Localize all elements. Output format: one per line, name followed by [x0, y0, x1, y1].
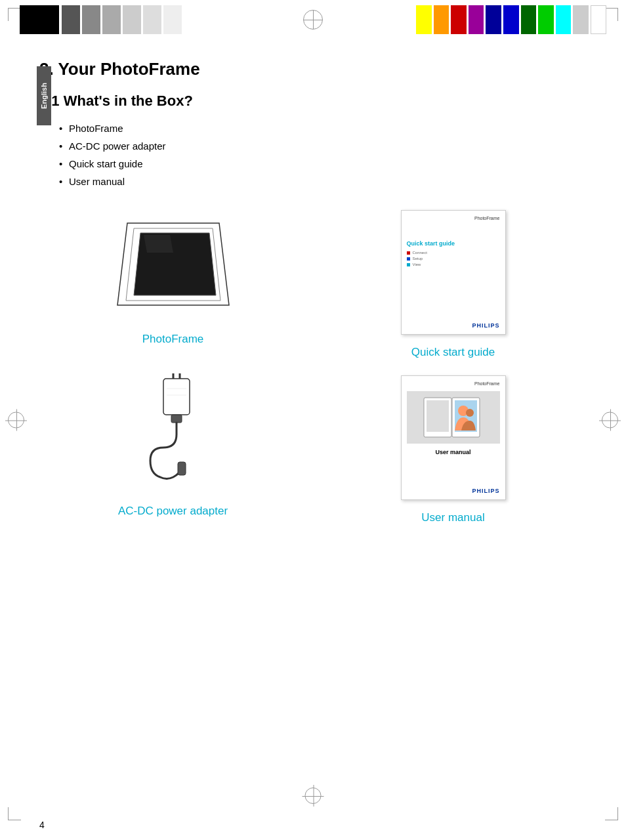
color-swatch-darkblue [486, 5, 501, 34]
svg-marker-3 [144, 235, 173, 253]
svg-point-16 [466, 409, 474, 417]
crosshair-left [8, 412, 24, 429]
color-swatch-yellow [416, 5, 432, 34]
photoframe-image [101, 207, 245, 325]
gray-swatch-6 [163, 5, 182, 34]
um-booklet-header: PhotoFrame [407, 381, 500, 386]
corner-mark-bl [8, 807, 21, 820]
um-photo-area [407, 391, 500, 444]
gray-swatch-5 [143, 5, 161, 34]
qsg-image: PhotoFrame Quick start guide Connect Set… [381, 207, 526, 338]
color-swatch-lightgray [573, 5, 589, 34]
crosshair-top [303, 10, 323, 30]
qsg-item-view: View [407, 262, 500, 266]
color-swatch-darkgreen [521, 5, 537, 34]
qsg-item-label-view: View [413, 262, 421, 266]
list-item-adapter: AC-DC power adapter [59, 140, 587, 152]
list-item-usermanual: User manual [59, 176, 587, 187]
language-tab: English [37, 66, 51, 125]
gray-swatch-3 [102, 5, 121, 34]
qsg-booklet-title: Quick start guide [407, 240, 500, 247]
language-label: English [40, 83, 48, 109]
qsg-item-label-connect: Connect [413, 251, 427, 255]
qsg-dot-red [407, 251, 410, 255]
qsg-booklet-header: PhotoFrame [407, 216, 500, 220]
subsection-title: 2.1 What's in the Box? [39, 93, 587, 110]
list-item-photoframe: PhotoFrame [59, 123, 587, 134]
color-swatch-purple [469, 5, 484, 34]
um-booklet: PhotoFrame [401, 375, 506, 500]
top-bar [0, 0, 626, 39]
items-grid: PhotoFrame PhotoFrame Quick start guide … [39, 207, 587, 524]
item-qsg: PhotoFrame Quick start guide Connect Set… [320, 207, 587, 359]
gray-swatches [62, 5, 182, 34]
color-swatch-white [591, 5, 606, 34]
color-swatch-blue [503, 5, 519, 34]
gray-swatch-1 [62, 5, 80, 34]
adapter-svg [124, 372, 222, 497]
top-bar-center [210, 0, 416, 39]
box-contents-list: PhotoFrame AC-DC power adapter Quick sta… [59, 123, 587, 187]
list-item-qsg: Quick start guide [59, 158, 587, 169]
item-photoframe: PhotoFrame [39, 207, 306, 359]
item-usermanual: PhotoFrame [320, 372, 587, 524]
color-swatch-red [451, 5, 467, 34]
gray-swatch-2 [82, 5, 100, 34]
color-swatch-cyan [556, 5, 572, 34]
photoframe-svg [108, 210, 239, 322]
qsg-item-setup: Setup [407, 257, 500, 261]
qsg-philips-logo: PHILIPS [472, 322, 499, 329]
usermanual-image: PhotoFrame [381, 372, 526, 503]
color-swatch-orange [434, 5, 449, 34]
color-swatch-green [538, 5, 554, 34]
qsg-item-connect: Connect [407, 251, 500, 255]
page-number: 4 [39, 820, 45, 830]
qsg-booklet-items: Connect Setup View [407, 251, 500, 266]
item-adapter: AC-DC power adapter [39, 372, 306, 524]
crosshair-right [602, 412, 618, 429]
corner-mark-br [605, 807, 618, 820]
gray-swatch-4 [123, 5, 141, 34]
adapter-label: AC-DC power adapter [118, 505, 228, 518]
qsg-dot-blue [407, 257, 410, 261]
qsg-label: Quick start guide [411, 346, 495, 359]
black-swatch [20, 5, 59, 34]
qsg-item-label-setup: Setup [413, 257, 423, 261]
usermanual-label: User manual [421, 511, 484, 524]
main-content: English 2. Your PhotoFrame 2.1 What's in… [39, 52, 587, 807]
photoframe-label: PhotoFrame [142, 333, 204, 346]
um-booklet-title: User manual [407, 449, 500, 455]
color-swatches-container [416, 0, 626, 39]
svg-rect-7 [171, 415, 182, 423]
um-philips-logo: PHILIPS [472, 488, 499, 494]
qsg-dot-cyan [407, 263, 410, 266]
section-title: 2. Your PhotoFrame [39, 59, 587, 79]
svg-rect-4 [163, 379, 190, 415]
svg-rect-8 [178, 462, 186, 475]
top-bar-left [0, 0, 210, 39]
qsg-booklet: PhotoFrame Quick start guide Connect Set… [401, 210, 506, 335]
adapter-image [101, 372, 245, 497]
svg-rect-12 [427, 400, 449, 432]
